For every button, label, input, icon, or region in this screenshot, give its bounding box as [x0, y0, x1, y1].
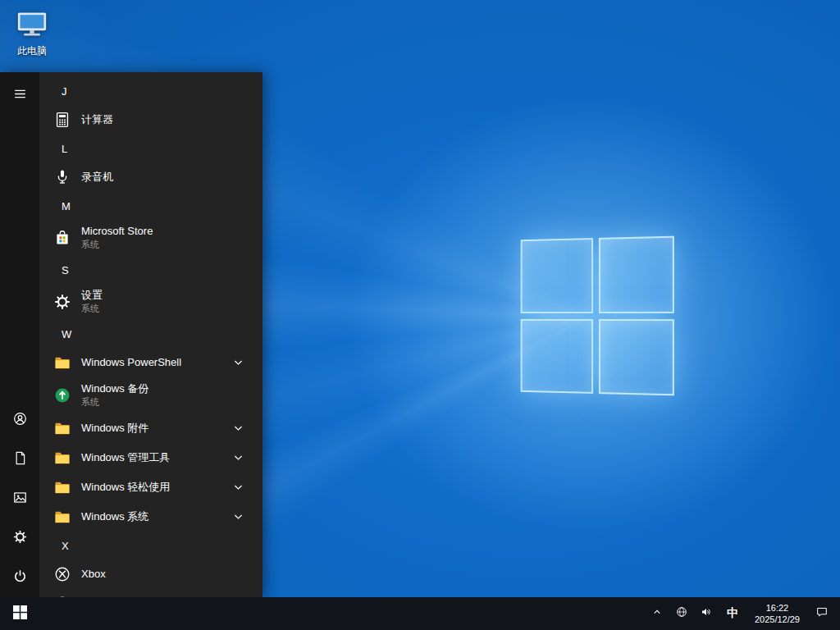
app-text: Windows PowerShell — [81, 357, 181, 369]
speaker-icon — [700, 605, 713, 622]
app-text: Microsoft Store系统 — [81, 226, 153, 250]
app-text: Windows 备份系统 — [81, 383, 148, 408]
app-title: Windows 系统 — [81, 511, 148, 523]
app-text: Windows 附件 — [81, 422, 148, 435]
show-hidden-icons-button[interactable] — [645, 597, 669, 630]
clock[interactable]: 16:22 2025/12/29 — [746, 597, 808, 630]
desktop-icon-label: 此电脑 — [17, 44, 47, 58]
app-item-windows[interactable]: Windows 备份系统 — [39, 377, 262, 413]
logo-pane — [521, 318, 593, 393]
chevron-down-icon[interactable] — [234, 425, 243, 431]
pictures-button[interactable] — [0, 479, 39, 518]
app-title: Windows 备份 — [81, 383, 148, 395]
start-menu-rail — [0, 72, 39, 597]
section-letter-j[interactable]: J — [39, 77, 262, 105]
logo-pane — [521, 238, 593, 313]
desktop: 此电脑 — [0, 0, 840, 630]
section-letter-l[interactable]: L — [39, 135, 262, 162]
volume-button[interactable] — [694, 597, 719, 630]
app-title: 设置 — [81, 290, 103, 302]
app-item-xbox[interactable]: Xbox — [39, 559, 262, 589]
taskbar: 中 16:22 2025/12/29 — [0, 597, 840, 630]
section-letter-w[interactable]: W — [39, 320, 262, 348]
xbox-icon — [52, 564, 72, 584]
backup-icon — [52, 386, 72, 405]
rail-spacer — [0, 115, 39, 400]
globe-network-icon — [675, 605, 688, 622]
app-item-windows-4[interactable]: Windows 轻松使用 — [39, 472, 262, 502]
app-item-xbox-game-bar[interactable]: Xbox Game Bar — [39, 589, 262, 597]
ime-indicator[interactable]: 中 — [719, 597, 746, 630]
pictures-icon — [12, 490, 28, 508]
app-title: 计算器 — [81, 114, 113, 126]
clock-date: 2025/12/29 — [755, 614, 800, 625]
microphone-icon — [52, 167, 72, 187]
app-item-windows-3[interactable]: Windows 管理工具 — [39, 443, 262, 472]
app-title: Microsoft Store — [81, 226, 153, 238]
app-item-calculator[interactable]: 计算器 — [39, 105, 262, 135]
logo-pane — [598, 236, 673, 313]
app-text: 录音机 — [81, 171, 113, 184]
user-icon — [12, 411, 28, 429]
start-menu: J计算器L录音机MMicrosoft Store系统S设置系统WWindows … — [0, 72, 262, 597]
app-item-windows-powershell[interactable]: Windows PowerShell — [39, 348, 262, 377]
app-text: Windows 系统 — [81, 511, 148, 523]
app-title: Windows 轻松使用 — [81, 482, 170, 494]
power-icon — [12, 568, 28, 587]
desktop-icon-this-pc[interactable]: 此电脑 — [7, 8, 57, 58]
section-letter-m[interactable]: M — [39, 192, 262, 220]
app-item-windows-2[interactable]: Windows 附件 — [39, 413, 262, 443]
store-icon — [52, 228, 72, 248]
folder-icon — [52, 418, 72, 438]
app-title: Xbox — [81, 568, 106, 581]
app-text: 设置系统 — [81, 290, 103, 314]
network-button[interactable] — [669, 597, 694, 630]
chevron-down-icon[interactable] — [234, 359, 243, 366]
folder-icon — [52, 448, 72, 468]
folder-icon — [52, 477, 72, 497]
clock-time: 16:22 — [766, 602, 789, 614]
computer-icon — [14, 8, 50, 43]
gear-icon — [52, 292, 72, 312]
app-item-gear[interactable]: 设置系统 — [39, 284, 262, 320]
app-text: Windows 轻松使用 — [81, 482, 170, 494]
logo-pane — [598, 319, 673, 396]
start-button[interactable] — [0, 597, 39, 630]
windows-logo-wallpaper — [521, 236, 674, 396]
section-letter-s[interactable]: S — [39, 256, 262, 284]
user-account-button[interactable] — [0, 400, 39, 440]
app-text: Xbox — [81, 568, 106, 581]
hamburger-icon — [12, 86, 28, 104]
folder-icon — [52, 507, 72, 527]
calculator-icon — [52, 110, 72, 130]
documents-button[interactable] — [0, 440, 39, 479]
power-button[interactable] — [0, 558, 39, 597]
app-text: 计算器 — [81, 114, 113, 126]
app-text: Windows 管理工具 — [81, 452, 170, 464]
system-tray: 中 16:22 2025/12/29 — [645, 597, 840, 630]
start-menu-app-list: J计算器L录音机MMicrosoft Store系统S设置系统WWindows … — [39, 72, 262, 597]
windows-logo-icon — [13, 605, 27, 622]
gear-icon — [12, 529, 28, 547]
document-icon — [12, 450, 28, 468]
notification-icon — [815, 605, 829, 622]
settings-button[interactable] — [0, 518, 39, 558]
chevron-up-icon — [651, 605, 664, 622]
action-center-button[interactable] — [808, 597, 840, 630]
chevron-down-icon[interactable] — [234, 454, 243, 461]
chevron-down-icon[interactable] — [234, 514, 243, 520]
app-subtitle: 系统 — [81, 397, 148, 408]
app-item-microphone[interactable]: 录音机 — [39, 162, 262, 192]
expand-menu-button[interactable] — [0, 75, 39, 115]
chevron-down-icon[interactable] — [234, 484, 243, 491]
app-item-windows-5[interactable]: Windows 系统 — [39, 502, 262, 532]
app-subtitle: 系统 — [81, 240, 153, 250]
app-title: Windows 管理工具 — [81, 452, 170, 464]
app-subtitle: 系统 — [81, 304, 103, 314]
section-letter-x[interactable]: X — [39, 532, 262, 559]
folder-icon — [52, 353, 72, 372]
ime-label: 中 — [727, 606, 738, 621]
app-title: Windows 附件 — [81, 422, 148, 435]
app-title: Windows PowerShell — [81, 357, 181, 369]
app-item-microsoft-store[interactable]: Microsoft Store系统 — [39, 220, 262, 256]
